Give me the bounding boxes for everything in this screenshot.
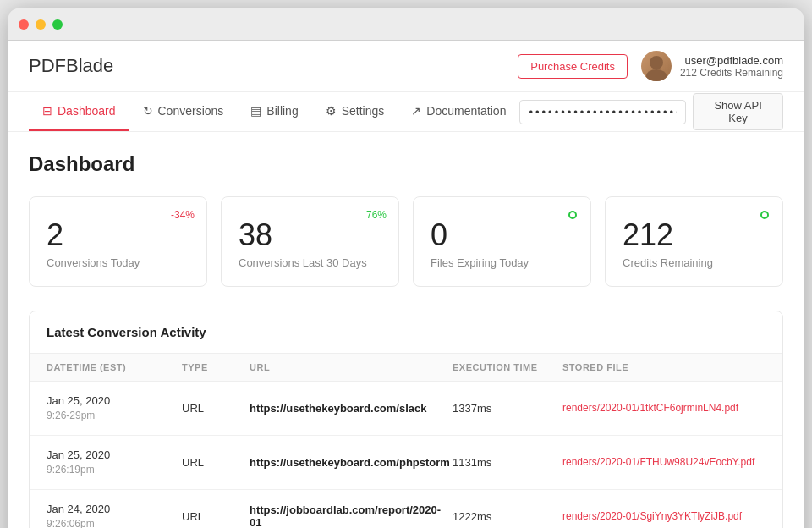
- cell-type-0: URL: [182, 402, 250, 415]
- close-dot[interactable]: [19, 19, 29, 30]
- stat-number-files-expiring: 0: [431, 217, 573, 253]
- app-header: PDFBlade Purchase Credits user@pdf: [8, 41, 804, 92]
- stat-card-credits-remaining: 212 Credits Remaining: [605, 196, 783, 287]
- cell-date-1: Jan 25, 2020: [47, 448, 182, 463]
- nav-item-settings[interactable]: ⚙ Settings: [312, 92, 398, 131]
- nav-label-conversions: Conversions: [158, 104, 224, 118]
- table-row: Jan 25, 2020 9:26-29pm URL https://useth…: [30, 382, 782, 436]
- cell-date-0: Jan 25, 2020: [47, 393, 182, 409]
- stats-grid: -34% 2 Conversions Today 76% 38 Conversi…: [29, 196, 783, 287]
- billing-icon: ▤: [250, 104, 261, 118]
- cell-file-2[interactable]: renders/2020-01/SgiYny3YKTlyZiJB.pdf: [562, 510, 765, 522]
- table-row: Jan 25, 2020 9:26:19pm URL https://useth…: [30, 436, 782, 490]
- col-header-type: TYPE: [182, 362, 250, 372]
- stat-card-files-expiring: 0 Files Expiring Today: [413, 196, 591, 287]
- svg-point-1: [646, 69, 667, 81]
- stat-badge-conversions-30days: 76%: [366, 209, 387, 221]
- nav-label-documentation: Documentation: [426, 104, 506, 118]
- cell-url-1: https://usethekeyboard.com/phpstorm: [250, 456, 453, 469]
- cell-date-2: Jan 24, 2020: [47, 502, 182, 517]
- user-email: user@pdfblade.com: [680, 54, 783, 67]
- logo-pdf: PDF: [29, 55, 66, 76]
- col-header-url: URL: [250, 362, 453, 372]
- user-info: user@pdfblade.com 212 Credits Remaining: [641, 51, 783, 81]
- settings-icon: ⚙: [326, 104, 337, 118]
- col-header-file: STORED FILE: [562, 362, 765, 372]
- cell-type-2: URL: [182, 510, 250, 523]
- purchase-credits-button[interactable]: Purchase Credits: [518, 54, 628, 79]
- table-header: DATETIME (EST) TYPE URL EXECUTION TIME S…: [30, 354, 782, 382]
- nav-bar: ⊟ Dashboard ↻ Conversions ▤ Billing ⚙ Se…: [8, 92, 804, 132]
- status-dot-files: [568, 211, 577, 219]
- stat-number-credits-remaining: 212: [623, 217, 765, 253]
- user-text: user@pdfblade.com 212 Credits Remaining: [680, 54, 783, 79]
- stat-number-conversions-30days: 38: [239, 217, 381, 253]
- api-key-input[interactable]: [519, 100, 686, 124]
- status-dot-credits: [760, 211, 769, 219]
- stat-number-conversions-today: 2: [47, 217, 189, 253]
- stat-badge-conversions-today: -34%: [171, 209, 195, 221]
- nav-item-documentation[interactable]: ↗ Documentation: [398, 92, 519, 131]
- cell-file-1[interactable]: renders/2020-01/FTHUw98U24vEocbY.pdf: [562, 456, 765, 468]
- cell-time-1: 9:26:19pm: [47, 463, 182, 477]
- nav-item-conversions[interactable]: ↻ Conversions: [129, 92, 238, 131]
- cell-time-2: 9:26:06pm: [47, 517, 182, 528]
- titlebar: [8, 8, 804, 41]
- stat-label-conversions-30days: Conversions Last 30 Days: [239, 256, 381, 269]
- cell-datetime-2: Jan 24, 2020 9:26:06pm: [47, 502, 182, 528]
- avatar-image: [641, 51, 672, 81]
- nav-label-dashboard: Dashboard: [58, 104, 116, 118]
- user-credits: 212 Credits Remaining: [680, 67, 783, 79]
- cell-url-2: https://jobboardlab.com/report/2020-01: [250, 503, 453, 528]
- cell-type-1: URL: [182, 456, 250, 469]
- cell-time-0: 9:26-29pm: [47, 409, 182, 423]
- show-api-key-button[interactable]: Show API Key: [693, 93, 783, 130]
- maximize-dot[interactable]: [52, 19, 63, 30]
- nav-label-settings: Settings: [342, 104, 385, 118]
- nav-links: ⊟ Dashboard ↻ Conversions ▤ Billing ⚙ Se…: [29, 92, 519, 131]
- cell-execution-2: 1222ms: [453, 510, 562, 523]
- main-content: PDFBlade Purchase Credits user@pdf: [8, 41, 804, 528]
- avatar: [641, 51, 672, 81]
- activity-section: Latest Conversion Activity DATETIME (EST…: [29, 311, 783, 528]
- page-title: Dashboard: [29, 152, 783, 176]
- stat-label-files-expiring: Files Expiring Today: [431, 256, 573, 269]
- stat-card-conversions-30days: 76% 38 Conversions Last 30 Days: [221, 196, 399, 287]
- dashboard-icon: ⊟: [42, 104, 52, 118]
- app-window: PDFBlade Purchase Credits user@pdf: [8, 8, 804, 528]
- activity-title: Latest Conversion Activity: [30, 311, 782, 354]
- conversions-icon: ↻: [143, 104, 153, 118]
- cell-execution-1: 1131ms: [453, 456, 562, 469]
- cell-datetime-1: Jan 25, 2020 9:26:19pm: [47, 448, 182, 477]
- cell-execution-0: 1337ms: [453, 402, 562, 415]
- header-right: Purchase Credits user@pdfblade.com 212 C…: [518, 51, 783, 81]
- api-key-section: Show API Key: [519, 93, 783, 130]
- svg-point-0: [650, 56, 663, 69]
- minimize-dot[interactable]: [36, 19, 46, 30]
- nav-label-billing: Billing: [266, 104, 298, 118]
- table-row: Jan 24, 2020 9:26:06pm URL https://jobbo…: [30, 490, 782, 528]
- nav-item-billing[interactable]: ▤ Billing: [237, 92, 311, 131]
- nav-item-dashboard[interactable]: ⊟ Dashboard: [29, 92, 129, 131]
- stat-label-conversions-today: Conversions Today: [47, 256, 189, 269]
- cell-file-0[interactable]: renders/2020-01/1tktCF6ojrminLN4.pdf: [562, 402, 765, 414]
- logo: PDFBlade: [29, 55, 113, 77]
- stat-card-conversions-today: -34% 2 Conversions Today: [29, 196, 207, 287]
- documentation-icon: ↗: [411, 104, 421, 118]
- col-header-datetime: DATETIME (EST): [47, 362, 182, 372]
- logo-blade: Blade: [66, 55, 113, 76]
- col-header-execution: EXECUTION TIME: [453, 362, 562, 372]
- cell-url-0: https://usethekeyboard.com/slack: [250, 402, 453, 415]
- table-body: Jan 25, 2020 9:26-29pm URL https://useth…: [30, 382, 782, 528]
- cell-datetime-0: Jan 25, 2020 9:26-29pm: [47, 393, 182, 423]
- main-area: Dashboard -34% 2 Conversions Today 76% 3…: [8, 132, 804, 528]
- stat-label-credits-remaining: Credits Remaining: [623, 256, 765, 269]
